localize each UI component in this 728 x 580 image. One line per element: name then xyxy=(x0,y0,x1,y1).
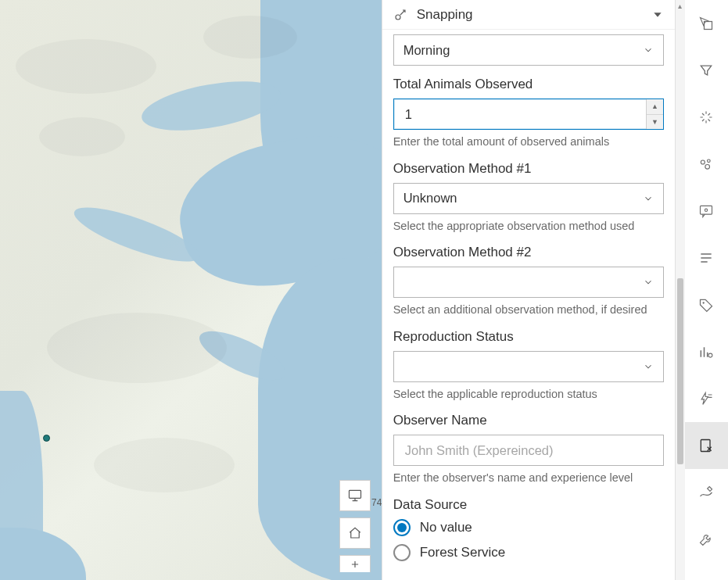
wrench-icon xyxy=(698,532,714,547)
data-source-radio-forest-service[interactable]: Forest Service xyxy=(393,544,664,561)
labels-tool-button[interactable] xyxy=(685,281,728,328)
observer-name-input[interactable] xyxy=(403,435,654,465)
data-source-radio-group: No value Forest Service xyxy=(393,519,664,561)
obs-method-1-select[interactable]: Unknown xyxy=(393,183,664,214)
chevron-down-icon xyxy=(643,45,654,55)
obs-method-1-hint: Select the appropriate observation metho… xyxy=(393,219,664,235)
cursor-rectangle-icon xyxy=(698,16,714,31)
total-animals-value[interactable] xyxy=(403,99,646,129)
filter-tool-button[interactable] xyxy=(685,47,728,94)
map-coord-label: 74 xyxy=(371,497,382,508)
fields-tool-button[interactable] xyxy=(685,235,728,281)
form-edit-icon xyxy=(698,438,714,453)
svg-point-3 xyxy=(701,160,705,164)
time-of-day-select[interactable]: Morning xyxy=(393,34,664,66)
reproduction-status-hint: Select the applicable reproduction statu… xyxy=(393,387,664,403)
data-source-label: Data Source xyxy=(393,497,664,513)
svg-point-8 xyxy=(703,302,705,303)
svg-rect-6 xyxy=(701,206,712,214)
obs-method-2-hint: Select an additional observation method,… xyxy=(393,303,664,318)
form-body: Morning Total Animals Observed ▲ ▼ Enter… xyxy=(382,30,675,580)
reproduction-status-select[interactable] xyxy=(393,351,664,382)
home-icon xyxy=(348,526,362,540)
svg-rect-0 xyxy=(350,490,361,498)
sparkle-icon xyxy=(698,109,714,125)
bar-chart-gear-icon xyxy=(698,344,714,360)
scroll-up-arrow-icon[interactable]: ▴ xyxy=(676,0,685,11)
stepper-up-button[interactable]: ▲ xyxy=(647,99,663,115)
obs-method-1-label: Observation Method #1 xyxy=(393,161,664,177)
obs-method-2-label: Observation Method #2 xyxy=(393,245,664,260)
observer-name-hint: Enter the observer's name and experience… xyxy=(393,471,664,486)
radio-icon xyxy=(393,544,411,561)
snapping-header[interactable]: Snapping xyxy=(382,0,675,30)
svg-point-4 xyxy=(708,159,711,163)
field-observer-name: Observer Name Enter the observer's name … xyxy=(393,413,664,486)
radio-icon xyxy=(393,519,411,536)
cluster-icon xyxy=(698,156,714,172)
map-controls xyxy=(339,480,371,572)
popup-gear-icon xyxy=(698,203,714,219)
svg-point-5 xyxy=(705,165,710,170)
basemap-toggle-button[interactable] xyxy=(339,480,371,511)
chevron-down-icon xyxy=(651,9,664,21)
stepper-down-button[interactable]: ▼ xyxy=(647,115,663,130)
svg-point-9 xyxy=(708,353,712,357)
radio-label: Forest Service xyxy=(420,545,506,560)
field-total-animals: Total Animals Observed ▲ ▼ Enter the tot… xyxy=(393,77,664,150)
field-time-of-day: Morning xyxy=(393,34,664,66)
zoom-in-button[interactable] xyxy=(339,555,371,572)
settings-tool-button[interactable] xyxy=(685,516,728,563)
map-terrain-shape xyxy=(203,16,297,59)
pencil-path-icon xyxy=(698,485,714,500)
field-obs-method-2: Observation Method #2 Select an addition… xyxy=(393,245,664,318)
monitor-icon xyxy=(347,488,363,503)
total-animals-hint: Enter the total amount of observed anima… xyxy=(393,134,664,150)
plus-icon xyxy=(350,559,360,570)
list-lines-icon xyxy=(698,250,714,266)
svg-point-7 xyxy=(705,209,708,211)
filter-icon xyxy=(698,63,714,78)
aggregation-tool-button[interactable] xyxy=(685,141,728,188)
panel-scrollbar[interactable]: ▴ xyxy=(676,0,685,580)
chevron-down-icon xyxy=(643,361,654,372)
map-terrain-shape xyxy=(16,39,156,94)
select-tool-button[interactable] xyxy=(685,0,728,47)
number-stepper: ▲ ▼ xyxy=(646,99,663,129)
total-animals-label: Total Animals Observed xyxy=(393,77,664,92)
total-animals-input[interactable]: ▲ ▼ xyxy=(393,98,664,130)
reproduction-status-label: Reproduction Status xyxy=(393,329,664,345)
lightning-list-icon xyxy=(698,391,714,406)
scrollbar-thumb[interactable] xyxy=(677,278,683,464)
data-source-radio-no-value[interactable]: No value xyxy=(393,519,664,536)
field-data-source: Data Source No value Forest Service xyxy=(393,497,664,561)
field-obs-method-1: Observation Method #1 Unknown Select the… xyxy=(393,161,664,235)
svg-point-1 xyxy=(396,15,400,20)
map-canvas[interactable]: 74 xyxy=(0,0,382,580)
obs-method-2-select[interactable] xyxy=(393,267,664,298)
map-terrain-shape xyxy=(47,313,227,383)
obs-method-1-value: Unknown xyxy=(403,191,643,206)
snapping-label: Snapping xyxy=(417,7,642,23)
map-feature-point[interactable] xyxy=(43,435,50,442)
app-root: 74 Snapping Morning xyxy=(0,0,728,580)
snapping-icon xyxy=(393,8,407,22)
chevron-down-icon xyxy=(643,193,654,204)
map-terrain-shape xyxy=(94,438,235,492)
svg-rect-2 xyxy=(705,22,712,30)
chevron-down-icon xyxy=(643,277,654,288)
map-terrain-shape xyxy=(39,117,125,156)
field-reproduction-status: Reproduction Status Select the applicabl… xyxy=(393,329,664,403)
radio-label: No value xyxy=(420,520,472,535)
map-water-shape xyxy=(0,528,86,580)
popup-config-tool-button[interactable] xyxy=(685,188,728,235)
effects-tool-button[interactable] xyxy=(685,94,728,141)
tag-icon xyxy=(698,297,714,313)
charts-tool-button[interactable] xyxy=(685,328,728,375)
home-extent-button[interactable] xyxy=(339,517,371,549)
observer-name-input-wrap[interactable] xyxy=(393,435,664,466)
sketch-tool-button[interactable] xyxy=(685,469,728,516)
forms-tool-button[interactable] xyxy=(685,422,728,469)
form-panel: Snapping Morning Total Animals Observed … xyxy=(382,0,676,580)
actions-tool-button[interactable] xyxy=(685,375,728,422)
